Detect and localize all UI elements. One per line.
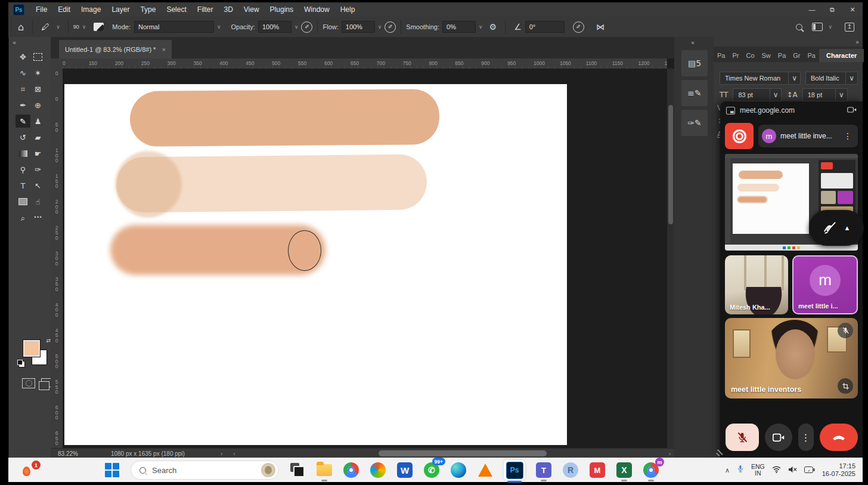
screen-share-preview[interactable]: ▲ [725,154,858,251]
menu-plugins[interactable]: Plugins [265,5,299,14]
task-view-button[interactable] [289,462,306,478]
foreground-color-swatch[interactable] [23,340,40,357]
more-tools[interactable]: ••• [30,211,45,224]
vlc-button[interactable] [477,462,494,478]
copilot-button[interactable] [370,462,386,478]
tab-close-icon[interactable]: × [162,46,165,53]
frame-tool[interactable]: ⊠ [30,82,45,95]
zoom-level[interactable]: 83.22% [58,450,78,457]
default-colors-icon[interactable] [18,361,25,367]
menu-3d[interactable]: 3D [218,5,238,14]
brush-tool-icon[interactable]: 🖊︎ [38,22,53,32]
path-select-tool[interactable]: ↖ [30,179,45,192]
pen-tool[interactable]: ✑ [30,163,45,176]
tray-mic-icon[interactable] [737,464,744,476]
move-tool[interactable]: ✥ [16,50,30,63]
word-button[interactable]: W [396,462,413,478]
tab-patterns[interactable]: Pa [774,49,789,62]
vertical-scrollbar-thumb[interactable] [668,105,673,224]
eyedropper-tool[interactable]: ✒ [16,98,30,112]
tab-paragraph[interactable]: Pa [714,49,728,62]
smoothing-field[interactable]: 0% [442,21,476,33]
opacity-pressure-icon[interactable]: ✐ [301,21,312,33]
smoothing-chevron-icon[interactable]: ∨ [476,24,486,30]
more-options-button[interactable]: ⋮ [798,424,814,451]
zoom-tool[interactable]: ⌕ [16,211,30,224]
whatsapp-button[interactable]: ✆ 99+ [423,462,440,478]
brush-picker-chevron-icon[interactable]: ∨ [79,24,89,30]
meet-camera-icon[interactable] [847,106,857,115]
menu-help[interactable]: Help [335,5,361,14]
record-button[interactable] [725,123,754,149]
panels-collapse-icon[interactable]: « [691,39,695,46]
participant-tile-avatar[interactable]: m meet little i... [792,255,858,314]
wifi-icon[interactable] [772,465,781,475]
hscroll-arrow-icon[interactable]: › [669,450,671,457]
quick-mask-button[interactable] [22,378,35,388]
crop-tile-icon[interactable] [838,378,853,394]
menu-layer[interactable]: Layer [106,5,135,14]
document-tab[interactable]: Untitled-1 @ 83.2% (RGB/8#) * × [59,40,172,58]
tab-paths[interactable]: Pa [804,49,819,62]
r-app-button[interactable]: R [562,462,579,478]
horizontal-ruler[interactable]: 0150200 250300350 400450500 550600650 70… [63,58,667,69]
smudge-tool[interactable]: ☛ [30,147,45,160]
flow-field[interactable]: 100% [342,21,375,33]
lasso-tool[interactable]: ∿ [16,66,30,79]
participant-tile-video[interactable]: Mitesh Kha... [725,255,788,314]
swap-colors-icon[interactable]: ⇄ [46,338,51,344]
menu-file[interactable]: File [30,5,52,14]
airbrush-icon[interactable]: ✐ [385,21,396,33]
vertical-ruler[interactable]: 00 50100 150200 250300 350400 450500 550… [51,69,63,449]
horizontal-scrollbar-thumb[interactable] [379,450,547,456]
dodge-tool[interactable]: ⚲ [16,163,30,176]
brush-settings-panel-button[interactable]: ≡✎ [681,80,708,106]
collapse-triangle-icon[interactable]: ▲ [844,224,851,231]
brush-tool-selected[interactable]: ✎ [16,115,30,128]
mic-mute-button[interactable] [726,424,759,451]
tool-presets-panel-button[interactable]: ✑✎ [681,110,708,136]
shape-tool[interactable] [16,195,30,208]
menu-edit[interactable]: Edit [52,5,76,14]
menu-filter[interactable]: Filter [192,5,219,14]
smoothing-gear-icon[interactable]: ⚙ [486,22,501,32]
brush-settings-panel-icon[interactable] [94,23,104,31]
marquee-tool[interactable] [30,50,45,63]
menu-select[interactable]: Select [161,5,191,14]
meeting-pill[interactable]: m meet little inve... ⋮ [758,125,858,147]
clone-stamp-tool[interactable]: ♟ [30,115,45,128]
annotation-pen-button[interactable]: ▲ [809,210,864,246]
hidden-icons-chevron[interactable]: ∧ [725,467,730,474]
tab-swatches[interactable]: Sw [758,49,774,62]
meeting-more-icon[interactable]: ⋮ [841,131,854,141]
symmetry-butterfly-icon[interactable]: ⋈ [593,22,608,32]
search-icon[interactable] [796,24,802,30]
share-icon[interactable]: ↥ [845,23,854,32]
history-panel-button[interactable]: ▤5 [681,50,708,76]
font-family-select[interactable]: Times New Roman ∨ [720,72,801,85]
font-size-select[interactable]: 83 pt ∨ [733,88,782,101]
opacity-chevron-icon[interactable]: ∨ [292,24,302,30]
main-participant-tile[interactable]: meet little inventors [725,318,858,398]
photoshop-taskbar-button[interactable]: Ps [504,460,525,480]
brush-preset-chevron-icon[interactable]: ∨ [53,24,63,30]
vertical-scrollbar[interactable] [667,69,674,449]
pip-icon[interactable] [726,107,735,115]
meet-chrome-button[interactable]: m [643,462,659,478]
excel-button[interactable]: X [616,462,633,478]
language-indicator[interactable]: ENGIN [751,464,765,477]
restore-icon[interactable]: ⧉ [822,6,842,14]
chrome-button[interactable] [343,462,359,478]
battery-icon[interactable] [804,465,815,475]
healing-brush-tool[interactable]: ⊕ [30,98,45,112]
gradient-tool[interactable] [16,147,30,160]
menu-type[interactable]: Type [135,5,161,14]
panel-menu-icon[interactable]: ≡ [864,48,868,62]
brush-angle-field[interactable]: 0° [525,21,565,33]
font-style-select[interactable]: Bold Italic ∨ [805,72,858,85]
camera-button[interactable] [765,424,792,451]
minimize-icon[interactable]: — [802,6,822,13]
overlay-resize-handle[interactable] [717,449,725,457]
history-brush-tool[interactable]: ↺ [16,131,30,144]
type-tool[interactable]: T [16,179,30,192]
